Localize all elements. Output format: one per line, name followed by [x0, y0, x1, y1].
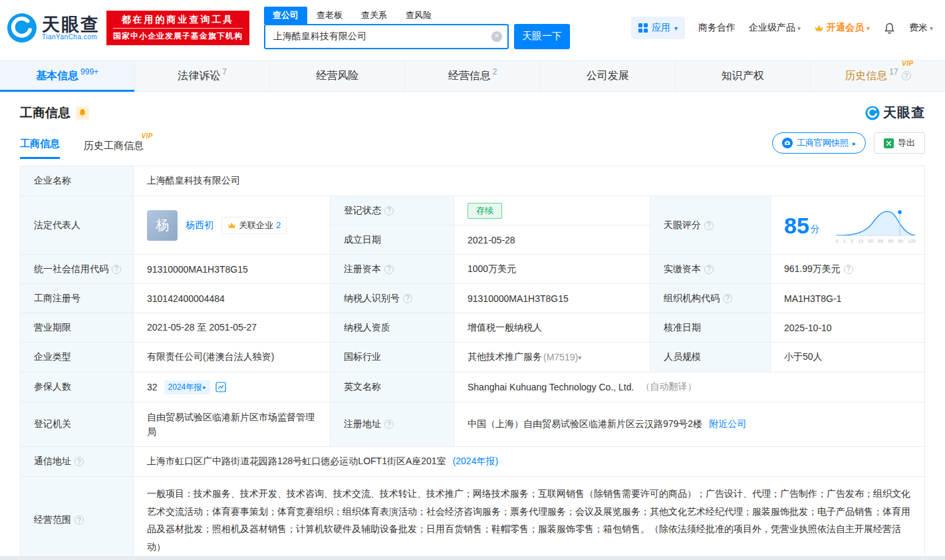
nav-enterprise-products[interactable]: 企业级产品 ▾: [749, 22, 801, 34]
tab-badge: 2: [493, 67, 497, 76]
nav-business-cooperation[interactable]: 商务合作: [698, 22, 736, 34]
help-icon[interactable]: ?: [704, 265, 714, 274]
search-button[interactable]: 天眼一下: [514, 24, 570, 49]
trend-chart-icon: [215, 382, 226, 392]
approval-date-label-cell: 核准日期: [650, 313, 771, 343]
legal-rep-avatar[interactable]: 杨: [147, 210, 178, 241]
tab-label: 经营风险: [316, 69, 358, 83]
tab-company-development[interactable]: 公司发展: [541, 61, 676, 91]
score-value-cell: 85 分 0151550859599100: [771, 196, 925, 255]
insured-count-label-cell: 参保人数: [21, 372, 134, 402]
staff-size-value-cell: 小于50人: [771, 343, 925, 372]
insured-trend-icon-button[interactable]: [215, 382, 226, 392]
official-snapshot-button[interactable]: 工商官网快照 ▸: [772, 132, 866, 154]
arrow-right-icon: ▸: [853, 140, 856, 147]
snapshot-label: 工商官网快照: [797, 137, 849, 149]
section-title: 工商信息: [20, 104, 70, 122]
reg-capital-value-cell: 1000万美元: [454, 255, 650, 284]
annual-report-link[interactable]: (2024年报): [453, 456, 498, 468]
tab-label: 历史信息: [845, 69, 887, 83]
apps-grid-icon: [638, 23, 648, 33]
brand-slogan-banner: 都在用的商业查询工具 国家中小企业发展子基金旗下机构: [106, 11, 249, 45]
taxpayer-id-value-cell: 91310000MA1H3T8G15: [454, 284, 650, 313]
tab-history-info[interactable]: VIP 历史信息 17 ?: [811, 61, 945, 91]
export-button[interactable]: 导出: [874, 132, 925, 154]
help-icon[interactable]: ?: [384, 206, 394, 215]
help-icon[interactable]: ?: [112, 265, 121, 274]
search-tab-boss[interactable]: 查老板: [307, 7, 352, 24]
search-tab-relation[interactable]: 查关系: [352, 7, 396, 24]
nearby-companies-link[interactable]: 附近公司: [709, 418, 746, 430]
staff-size-label-cell: 人员规模: [650, 343, 771, 372]
notifications-bell[interactable]: [883, 22, 896, 35]
bell-icon: [883, 22, 896, 35]
search-area: 查公司 查老板 查关系 查风险 × 天眼一下: [264, 7, 570, 49]
legal-rep-value-cell: 杨 杨西初 关联企业 2: [134, 196, 331, 255]
help-icon[interactable]: ?: [384, 265, 394, 274]
slogan-line2: 国家中小企业发展子基金旗下机构: [113, 29, 243, 42]
auto-translate-note: （自动翻译）: [640, 381, 696, 393]
help-icon[interactable]: ?: [74, 457, 84, 466]
nav-vip-upgrade[interactable]: 开通会员 ▾: [814, 22, 870, 34]
help-icon[interactable]: ?: [844, 265, 853, 274]
camera-icon: [782, 138, 793, 148]
taxpayer-quality-value-cell: 增值税一般纳税人: [454, 313, 650, 343]
score-value: 85: [784, 214, 809, 237]
tianyancha-logo-icon: [7, 13, 37, 43]
tab-label: 基本信息: [36, 69, 78, 83]
credit-code-label-cell: 统一社会信用代码 ?: [21, 255, 134, 284]
tab-badge: 7: [222, 67, 227, 76]
company-name-label-cell: 企业名称: [21, 166, 134, 196]
paid-capital-value-cell: 961.99万美元 ?: [771, 255, 925, 284]
tab-operating-risk[interactable]: 经营风险: [270, 61, 405, 91]
top-navigation: 应用 ▾ 商务合作 企业级产品 ▾ 开通会员 ▾ 费米 ▾: [631, 17, 933, 39]
section-brand-logo: 天眼查: [865, 104, 925, 122]
search-tab-risk[interactable]: 查风险: [396, 7, 441, 24]
bell-icon: [76, 106, 89, 120]
report-chip-label: 2024年报: [168, 382, 202, 393]
help-icon[interactable]: ?: [403, 294, 412, 303]
credit-code-value-cell: 91310000MA1H3T8G15: [134, 255, 331, 284]
help-icon[interactable]: ?: [704, 221, 714, 230]
english-name-label-cell: 英文名称: [331, 372, 454, 402]
help-icon[interactable]: ?: [74, 515, 84, 525]
slogan-line1: 都在用的商业查询工具: [113, 14, 243, 29]
approval-date-value-cell: 2025-10-10: [771, 313, 925, 343]
subtab-business-registration[interactable]: 工商信息: [20, 138, 60, 159]
tab-intellectual-property[interactable]: 知识产权: [676, 61, 811, 91]
score-distribution-chart: 0151550859599100: [835, 208, 916, 243]
tab-legal-proceedings[interactable]: 法律诉讼 7: [135, 61, 270, 91]
tab-label: 公司发展: [587, 69, 629, 83]
crown-icon: [814, 24, 824, 32]
tianyancha-logo[interactable]: 天眼查 TianYanCha.com: [7, 13, 100, 43]
tab-label: 知识产权: [722, 69, 764, 83]
company-search-input[interactable]: [264, 24, 509, 49]
search-tab-company[interactable]: 查公司: [264, 7, 307, 24]
help-icon[interactable]: ?: [384, 420, 394, 429]
vip-badge: VIP: [141, 132, 153, 140]
chevron-down-icon[interactable]: ▾: [578, 354, 581, 361]
related-companies-label: 关联企业: [239, 219, 273, 231]
help-icon[interactable]: ?: [723, 294, 732, 303]
subtab-history-registration[interactable]: VIP 历史工商信息: [84, 140, 144, 159]
reg-capital-label-cell: 注册资本 ?: [331, 255, 454, 284]
help-icon[interactable]: ?: [902, 71, 911, 80]
taxpayer-id-label-cell: 纳税人识别号 ?: [331, 284, 454, 313]
related-companies-count: 2: [276, 220, 281, 230]
clear-search-icon[interactable]: ×: [491, 31, 502, 42]
logo-title: 天眼查: [42, 15, 100, 34]
legal-rep-name-link[interactable]: 杨西初: [186, 219, 213, 231]
paid-capital-label-cell: 实缴资本 ?: [650, 255, 771, 284]
vip-label: 开通会员: [827, 22, 864, 34]
tab-basic-info[interactable]: 基本信息 999+: [0, 61, 135, 91]
apps-menu[interactable]: 应用 ▾: [631, 17, 685, 39]
subscribe-bell-button[interactable]: [76, 106, 89, 120]
annual-report-chip[interactable]: 2024年报 ▸: [164, 380, 210, 394]
company-name-value-cell: 上海酷皇科技有限公司: [134, 166, 925, 196]
related-companies-chip[interactable]: 关联企业 2: [221, 217, 287, 234]
user-menu[interactable]: 费米 ▾: [909, 22, 933, 34]
tab-label: 法律诉讼: [178, 69, 220, 83]
tab-business-info[interactable]: 经营信息 2: [405, 61, 540, 91]
chevron-down-icon: ▾: [674, 25, 678, 32]
chevron-down-icon: ▾: [867, 25, 870, 32]
